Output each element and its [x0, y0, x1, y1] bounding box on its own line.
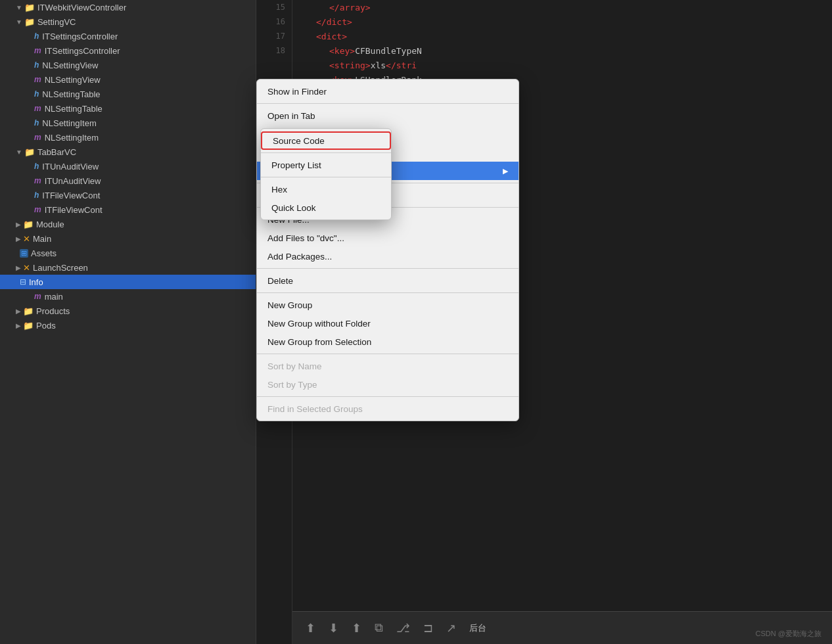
- menu-item-new-group-selection[interactable]: New Group from Selection: [257, 333, 519, 351]
- menu-item-label: Sort by Name: [267, 361, 322, 371]
- sidebar-item-nlsettingview-m[interactable]: m NLSettingView: [0, 72, 256, 87]
- sidebar-item-settingvc[interactable]: ▼ 📁 SettingVC: [0, 14, 256, 29]
- sidebar-item-nlsettingtable-m[interactable]: m NLSettingTable: [0, 101, 256, 116]
- sidebar-item-label: ITSettingsController: [45, 46, 120, 56]
- menu-item-label: New Group without Folder: [267, 319, 371, 329]
- code-line: </array>: [303, 0, 821, 14]
- menu-item-label: New Group from Selection: [267, 337, 371, 347]
- submenu-item-label: Source Code: [273, 136, 325, 146]
- sidebar-item-label: main: [45, 292, 63, 302]
- line-number: [256, 419, 292, 434]
- menu-item-add-packages[interactable]: Add Packages...: [257, 247, 519, 265]
- sidebar-item-label: NLSettingView: [42, 60, 98, 70]
- sidebar-item-label: NLSettingTable: [45, 104, 103, 114]
- sidebar-item-assets[interactable]: ⊞ Assets: [0, 246, 256, 260]
- chevron-down-icon: ▼: [16, 4, 22, 11]
- sidebar-item-nlsettingtable-h[interactable]: h NLSettingTable: [0, 87, 256, 101]
- folder-icon: 📁: [23, 321, 34, 331]
- sidebar-item-tabbarvc[interactable]: ▼ 📁 TabBarVC: [0, 145, 256, 159]
- sidebar-item-main[interactable]: ▶ ✕ Main: [0, 231, 256, 246]
- submenu-item-quick-look[interactable]: Quick Look: [261, 198, 391, 217]
- submenu-item-hex[interactable]: Hex: [261, 180, 391, 198]
- sidebar-item-label: Module: [36, 219, 64, 229]
- menu-item-new-group[interactable]: New Group: [257, 296, 519, 314]
- menu-item-add-files[interactable]: Add Files to "dvc"...: [257, 229, 519, 247]
- sidebar-item-itunauditview-h[interactable]: h ITUnAuditView: [0, 159, 256, 173]
- code-line: </dict>: [303, 14, 821, 29]
- sidebar-item-itfileviewcont-h[interactable]: h ITFileViewCont: [0, 188, 256, 202]
- toolbar-icon-2[interactable]: ⬇: [329, 621, 338, 635]
- folder-icon: 📁: [23, 219, 34, 229]
- sidebar-item-label: Main: [33, 234, 51, 244]
- m-icon: m: [34, 292, 41, 301]
- m-icon: m: [34, 46, 41, 55]
- h-icon: h: [34, 118, 39, 127]
- line-number: [256, 564, 292, 578]
- chevron-right-icon: ▶: [16, 264, 21, 271]
- line-number: [256, 477, 292, 492]
- sidebar-item-module[interactable]: ▶ 📁 Module: [0, 217, 256, 231]
- sidebar-item-itunauditview-m[interactable]: m ITUnAuditView: [0, 173, 256, 188]
- m-icon: m: [34, 75, 41, 84]
- menu-item-show-in-finder[interactable]: Show in Finder: [257, 82, 519, 101]
- menu-item-open-in-tab[interactable]: Open in Tab: [257, 106, 519, 125]
- menu-item-new-group-no-folder[interactable]: New Group without Folder: [257, 314, 519, 333]
- menu-item-label: Add Files to "dvc"...: [267, 233, 344, 243]
- toolbar-icon-7[interactable]: ↗: [446, 621, 456, 635]
- menu-item-delete[interactable]: Delete: [257, 271, 519, 290]
- sidebar-item-pods[interactable]: ▶ 📁 Pods: [0, 318, 256, 333]
- menu-separator: [257, 103, 519, 104]
- line-number: 18: [256, 43, 292, 58]
- sidebar-item-itfileviewcont-m[interactable]: m ITFileViewCont: [0, 202, 256, 217]
- sidebar-item-label: Info: [29, 277, 43, 287]
- h-icon: h: [34, 60, 39, 70]
- line-number: [256, 535, 292, 549]
- m-icon: m: [34, 133, 41, 142]
- bottom-toolbar: ⬆ ⬇ ⬆ ⧉ ⎇ ⊐ ↗ 后台: [292, 611, 832, 644]
- toolbar-icon-5[interactable]: ⎇: [396, 621, 410, 635]
- watermark-text: CSDN @爱勤海之旅: [756, 629, 821, 639]
- sidebar-item-label: NLSettingItem: [45, 133, 99, 143]
- submenu[interactable]: Source Code Property List Hex Quick Look: [260, 128, 392, 220]
- sidebar-item-itwebkitviewcontroller[interactable]: ▼ 📁 ITWebkitViewController: [0, 0, 256, 14]
- sidebar-item-products[interactable]: ▶ 📁 Products: [0, 304, 256, 318]
- folder-icon: 📁: [24, 3, 35, 12]
- toolbar-icon-6[interactable]: ⊐: [423, 621, 433, 635]
- submenu-arrow-icon: ▶: [503, 167, 508, 175]
- submenu-item-property-list[interactable]: Property List: [261, 156, 391, 174]
- sidebar-item-launchscreen[interactable]: ▶ ✕ LaunchScreen: [0, 260, 256, 275]
- folder-icon: 📁: [23, 306, 34, 316]
- m-icon: m: [34, 104, 41, 113]
- menu-item-label: Sort by Type: [267, 380, 317, 390]
- chevron-right-icon: ▶: [16, 235, 21, 242]
- sidebar-item-label: NLSettingView: [45, 75, 101, 85]
- line-number: [256, 463, 292, 477]
- submenu-item-source-code[interactable]: Source Code: [261, 131, 391, 150]
- sidebar-item-label: ITFileViewCont: [42, 191, 100, 200]
- sidebar-item-nlsettingitem-m[interactable]: m NLSettingItem: [0, 130, 256, 145]
- sidebar-item-label: Assets: [31, 248, 57, 258]
- toolbar-icon-3[interactable]: ⬆: [352, 621, 361, 635]
- submenu-item-label: Quick Look: [271, 203, 316, 213]
- sidebar-item-info[interactable]: ⊟ Info: [0, 275, 256, 289]
- sidebar-item-itsettingscontroller-h[interactable]: h ITSettingsController: [0, 29, 256, 43]
- toolbar-icon-4[interactable]: ⧉: [375, 621, 383, 635]
- folder-icon: 📁: [24, 17, 35, 27]
- submenu-item-label: Hex: [271, 185, 287, 195]
- sidebar-item-itsettingscontroller-m[interactable]: m ITSettingsController: [0, 43, 256, 58]
- sidebar: ▼ 📁 ITWebkitViewController ▼ 📁 SettingVC…: [0, 0, 256, 644]
- chevron-right-icon: ▶: [16, 322, 21, 329]
- code-line: <string>xls</stri: [303, 58, 821, 72]
- sidebar-item-label: ITFileViewCont: [45, 205, 103, 215]
- menu-item-sort-by-name[interactable]: Sort by Name: [257, 357, 519, 375]
- sidebar-item-nlsettingitem-h[interactable]: h NLSettingItem: [0, 116, 256, 130]
- submenu-separator: [261, 152, 391, 153]
- chevron-down-icon: ▼: [16, 18, 22, 26]
- sidebar-item-nlsettingview-h[interactable]: h NLSettingView: [0, 58, 256, 72]
- sidebar-item-label: ITSettingsController: [42, 32, 118, 41]
- menu-item-sort-by-type[interactable]: Sort by Type: [257, 375, 519, 394]
- menu-item-find-in-groups[interactable]: Find in Selected Groups: [257, 400, 519, 418]
- assets-icon: ⊞: [20, 249, 28, 258]
- toolbar-icon-1[interactable]: ⬆: [306, 621, 315, 635]
- sidebar-item-main-m[interactable]: m main: [0, 289, 256, 304]
